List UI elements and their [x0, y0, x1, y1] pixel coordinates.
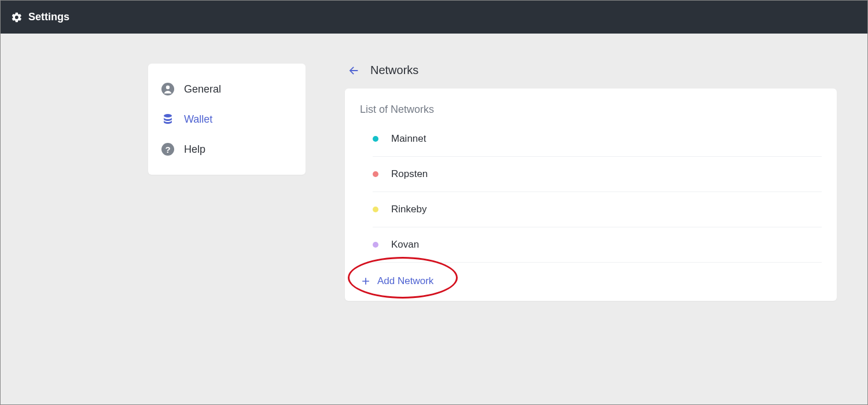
networks-card: List of Networks Mainnet Ropsten Rinkeby	[345, 89, 837, 301]
sidebar-item-label: General	[184, 83, 221, 95]
network-item-ropsten[interactable]: Ropsten	[373, 157, 822, 192]
person-icon	[161, 82, 175, 96]
network-list: Mainnet Ropsten Rinkeby Kovan	[373, 122, 822, 263]
help-icon: ?	[161, 142, 175, 156]
main-panel: Networks List of Networks Mainnet Ropste…	[345, 64, 837, 301]
add-network-label: Add Network	[377, 275, 433, 287]
network-dot	[373, 171, 378, 177]
content: General Wallet ? Help Networks	[1, 34, 867, 301]
network-name: Mainnet	[391, 133, 426, 145]
gear-icon	[11, 12, 23, 23]
network-dot	[373, 242, 378, 248]
plus-icon	[360, 275, 372, 287]
sidebar-item-label: Help	[184, 143, 205, 156]
network-dot	[373, 136, 378, 142]
back-arrow-icon[interactable]	[347, 64, 360, 77]
svg-point-2	[164, 114, 172, 117]
svg-point-1	[166, 86, 170, 89]
network-item-mainnet[interactable]: Mainnet	[373, 122, 822, 157]
svg-text:?: ?	[165, 145, 170, 154]
topbar: Settings	[1, 1, 867, 34]
list-of-networks-title: List of Networks	[360, 104, 822, 116]
network-name: Rinkeby	[391, 204, 426, 215]
network-dot	[373, 207, 378, 212]
sidebar-item-help[interactable]: ? Help	[148, 134, 306, 164]
page-title: Settings	[28, 11, 69, 23]
settings-sidebar: General Wallet ? Help	[148, 64, 306, 175]
main-header: Networks	[345, 64, 837, 77]
add-network-button[interactable]: Add Network	[360, 275, 433, 287]
network-name: Kovan	[391, 239, 419, 251]
network-name: Ropsten	[391, 168, 428, 180]
main-title: Networks	[370, 64, 418, 77]
network-item-rinkeby[interactable]: Rinkeby	[373, 192, 822, 227]
stack-icon	[161, 112, 175, 126]
network-item-kovan[interactable]: Kovan	[373, 227, 822, 263]
sidebar-item-label: Wallet	[184, 113, 212, 126]
sidebar-item-general[interactable]: General	[148, 74, 306, 104]
sidebar-item-wallet[interactable]: Wallet	[148, 104, 306, 134]
